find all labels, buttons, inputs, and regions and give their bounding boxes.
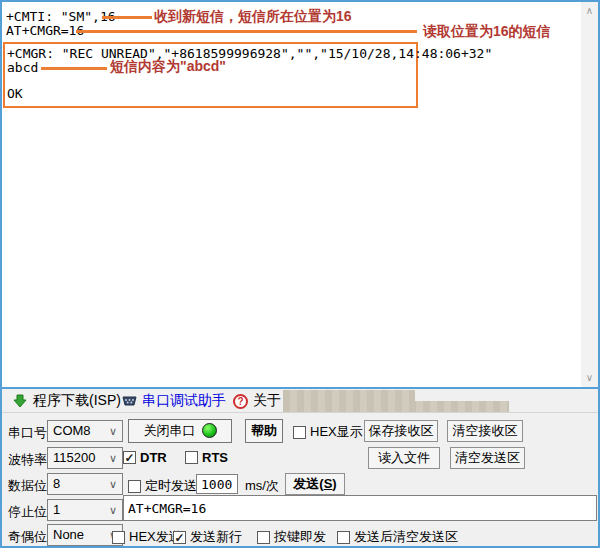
terminal-line-sms-content: abcd [7,61,38,74]
stopbits-value: 1 [53,502,60,517]
checkbox-box[interactable] [257,531,270,544]
send-data-input[interactable] [123,495,597,521]
databits-value: 8 [53,476,60,491]
sms-highlight-box: +CMGR: "REC UNREAD","+8618599996928","",… [3,42,418,108]
rts-checkbox[interactable]: RTS [185,450,228,465]
interval-unit-label: ms/次 [245,477,279,495]
port-label: 串口号 [8,424,47,442]
send-label: 发送( [293,476,323,491]
hex-send-checkbox[interactable]: HEX发送 [112,528,182,546]
checkbox-label: DTR [140,450,167,465]
parity-value: None [53,527,84,542]
checkbox-label: RTS [202,450,228,465]
port-select[interactable]: COM8 [47,420,123,442]
dtr-checkbox[interactable]: ✓ DTR [123,450,167,465]
load-file-button[interactable]: 读入文件 [368,447,440,469]
scroll-down-icon[interactable]: ∨ [581,369,598,387]
annotation-connector-1 [102,16,152,19]
tab-label: 程序下载(ISP) [33,392,121,410]
baud-select[interactable]: 115200 [47,447,123,469]
annotation-new-sms: 收到新短信，短信所在位置为16 [154,8,352,24]
port-open-led-icon [202,423,217,438]
send-newline-checkbox[interactable]: ✓ 发送新行 [173,528,242,546]
terminal-line-ok: OK [7,87,23,100]
tab-serial-debug-assistant[interactable]: 串口调试助手 [115,390,232,412]
send-label-close: ) [332,476,336,491]
tab-bar: 程序下载(ISP) 串口调试助手 ? 关于 [2,389,598,413]
tab-label: 关于 [253,392,281,410]
checkbox-label: 发送后清空发送区 [354,528,458,546]
stopbits-label: 停止位 [8,503,47,521]
annotation-read-sms: 读取位置为16的短信 [423,23,551,39]
checkbox-box[interactable] [185,451,198,464]
receive-scrollbar[interactable]: ∧ ∨ [581,2,598,387]
tab-label: 串口调试助手 [142,392,226,410]
serial-port-icon [121,394,137,408]
checkbox-label: 按键即发 [274,528,326,546]
control-panel: 程序下载(ISP) 串口调试助手 ? 关于 串口号 COM8 关闭串口 帮助 [0,389,600,548]
help-button[interactable]: 帮助 [245,419,283,443]
tab-program-download[interactable]: 程序下载(ISP) [6,390,127,412]
parity-label: 奇偶位 [8,528,47,546]
tab-about[interactable]: ? 关于 [227,390,287,412]
baud-label: 波特率 [8,451,47,469]
redacted-region [283,390,415,401]
save-receive-button[interactable]: 保存接收区 [364,420,438,442]
receive-area[interactable]: +CMTI: "SM",16 收到新短信，短信所在位置为16 AT+CMGR=1… [0,0,600,389]
clear-send-button[interactable]: 清空发送区 [450,447,525,469]
checkbox-box[interactable] [293,426,306,439]
databits-select[interactable]: 8 [47,473,123,495]
close-port-label: 关闭串口 [144,423,196,438]
clear-receive-button[interactable]: 清空接收区 [447,420,523,442]
scroll-up-icon[interactable]: ∧ [581,2,598,20]
redacted-region [283,401,509,412]
annotation-connector-3 [41,67,107,70]
send-button[interactable]: 发送(S) [285,473,345,495]
hex-display-checkbox[interactable]: HEX显示 [293,423,363,441]
close-port-button[interactable]: 关闭串口 [128,419,232,443]
port-value: COM8 [53,423,91,438]
timer-interval-input[interactable] [196,474,238,494]
terminal-line-cmgr-response: +CMGR: "REC UNREAD","+8618599996928","",… [7,47,492,60]
annotation-sms-content: 短信内容为"abcd" [110,58,226,74]
checkbox-box[interactable]: ✓ [173,531,186,544]
checkbox-label: 发送新行 [190,528,242,546]
annotation-connector-2 [76,30,417,33]
download-icon [12,394,28,408]
help-icon: ? [233,394,248,409]
terminal-line-cmgr-command: AT+CMGR=16 [6,24,84,37]
checkbox-box[interactable] [128,480,141,493]
baud-value: 115200 [53,450,95,465]
send-on-keypress-checkbox[interactable]: 按键即发 [257,528,326,546]
checkbox-label: 定时发送 [145,477,197,495]
checkbox-box[interactable]: ✓ [123,451,136,464]
stopbits-select[interactable]: 1 [47,499,123,521]
terminal-line-cmti: +CMTI: "SM",16 [6,10,116,23]
checkbox-box[interactable] [337,531,350,544]
checkbox-box[interactable] [112,531,125,544]
serial-debug-assistant-window: { "receive": { "line_cmti": "+CMTI: \"SM… [0,0,600,548]
clear-after-send-checkbox[interactable]: 发送后清空发送区 [337,528,458,546]
checkbox-label: HEX显示 [310,423,363,441]
timed-send-checkbox[interactable]: 定时发送 [128,477,197,495]
databits-label: 数据位 [8,477,47,495]
